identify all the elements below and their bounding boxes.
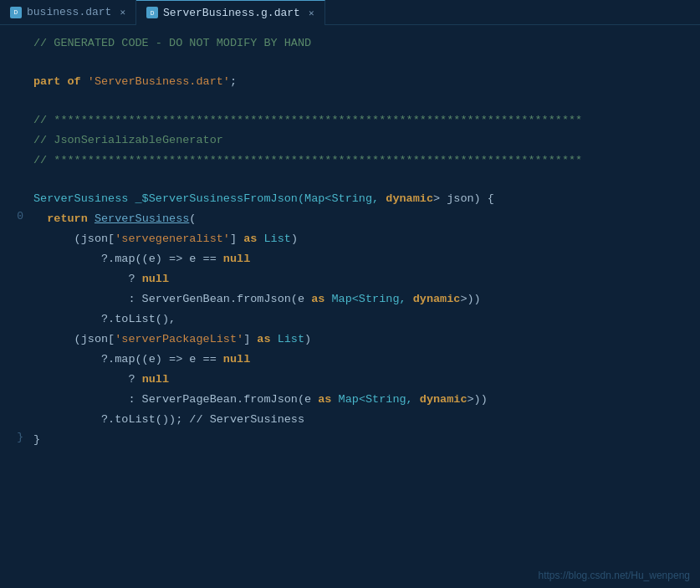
tab-close-2[interactable]: ✕: [309, 8, 314, 18]
line-content: return ServerSusiness(: [33, 210, 700, 228]
line-number: 0: [0, 210, 33, 222]
code-line: // JsonSerializableGenerator: [0, 130, 700, 151]
code-token: }: [33, 433, 40, 446]
line-content: : ServerPageBean.fromJson(e as Map<Strin…: [33, 391, 700, 409]
code-token: ?: [33, 273, 142, 285]
tab-label-1: business.dart: [27, 6, 111, 18]
code-token: ?: [33, 373, 142, 386]
code-area: // GENERATED CODE - DO NOT MODIFY BY HAN…: [0, 25, 700, 588]
code-token: ?.toList()); // ServerSusiness: [33, 413, 304, 426]
code-token: (: [189, 212, 196, 225]
tab-business-dart[interactable]: D business.dart ✕: [0, 0, 136, 25]
line-content: ?.toList(),: [33, 310, 700, 329]
code-token: ): [291, 233, 298, 245]
code-token: dynamic: [386, 192, 433, 205]
line-number: }: [0, 431, 33, 443]
line-content: // GENERATED CODE - DO NOT MODIFY BY HAN…: [33, 34, 700, 53]
code-token: (json[: [33, 333, 115, 345]
code-token: ServerSusiness: [95, 212, 189, 225]
code-line: // GENERATED CODE - DO NOT MODIFY BY HAN…: [0, 33, 700, 54]
line-content: (json['serverPackageList'] as List): [33, 330, 700, 349]
code-token: of: [68, 75, 88, 88]
code-line: : ServerGenBean.fromJson(e as Map<String…: [0, 289, 700, 309]
code-line: }}: [0, 430, 700, 450]
line-content: ?.toList()); // ServerSusiness: [33, 411, 700, 429]
line-content: : ServerGenBean.fromJson(e as Map<String…: [33, 290, 700, 309]
code-token: > json) {: [433, 192, 494, 205]
line-content: ? null: [33, 371, 700, 389]
code-token: as: [311, 293, 331, 305]
line-content: // *************************************…: [33, 151, 700, 170]
line-content: ? null: [33, 270, 700, 289]
code-token: // JsonSerializableGenerator: [33, 134, 223, 146]
code-line: (json['serverPackageList'] as List): [0, 330, 700, 350]
code-token: 'ServerBusiness.dart': [88, 75, 230, 88]
code-line: 0 return ServerSusiness(: [0, 209, 700, 229]
code-token: dynamic: [413, 293, 461, 305]
code-token: ;: [230, 75, 237, 88]
tab-label-2: ServerBusiness.g.dart: [163, 7, 300, 19]
code-token: ): [304, 333, 311, 345]
tab-bar: D business.dart ✕ D ServerBusiness.g.dar…: [0, 0, 700, 25]
code-line: ?.toList()); // ServerSusiness: [0, 410, 700, 430]
code-line: // *************************************…: [0, 151, 700, 171]
code-token: >)): [460, 293, 480, 305]
code-line: ?.toList(),: [0, 309, 700, 330]
code-token: >)): [468, 393, 488, 406]
code-token: 'serverPackageList': [115, 333, 243, 345]
code-token: : ServerPageBean.fromJson(e: [33, 393, 318, 406]
code-token: // *************************************…: [33, 114, 582, 126]
line-content: ?.map((e) => e == null: [33, 250, 700, 268]
code-token: // *************************************…: [33, 154, 582, 166]
code-line: ? null: [0, 370, 700, 390]
code-token: // GENERATED CODE - DO NOT MODIFY BY HAN…: [33, 37, 311, 49]
code-token: as: [318, 393, 338, 406]
tab-icon-2: D: [146, 7, 158, 18]
line-content: // JsonSerializableGenerator: [33, 131, 700, 150]
code-token: : ServerGenBean.fromJson(e: [33, 293, 311, 305]
code-token: ServerSusiness _$ServerSusinessFromJson(…: [33, 192, 386, 205]
code-token: null: [223, 253, 250, 265]
code-token: 'servegeneralist': [115, 233, 230, 245]
watermark: https://blog.csdn.net/Hu_wenpeng: [539, 570, 690, 581]
line-content: ServerSusiness _$ServerSusinessFromJson(…: [33, 190, 700, 208]
code-line: ? null: [0, 269, 700, 289]
code-token: dynamic: [420, 393, 468, 406]
code-token: null: [142, 273, 169, 285]
code-token: part: [33, 75, 68, 88]
line-content: part of 'ServerBusiness.dart';: [33, 73, 700, 91]
code-line: ?.map((e) => e == null: [0, 350, 700, 370]
code-line: : ServerPageBean.fromJson(e as Map<Strin…: [0, 390, 700, 410]
code-token: ?.toList(),: [33, 313, 176, 325]
tab-icon-1: D: [10, 7, 22, 18]
code-token: (json[: [33, 233, 115, 245]
code-token: Map<String,: [331, 293, 412, 305]
code-line: [0, 92, 700, 110]
code-token: List: [278, 333, 304, 345]
code-token: return: [33, 212, 95, 225]
code-line: // *************************************…: [0, 110, 700, 130]
code-token: Map<String,: [339, 393, 420, 406]
code-line: ?.map((e) => e == null: [0, 249, 700, 269]
line-content: }: [33, 431, 700, 449]
line-content: // *************************************…: [33, 111, 700, 130]
tab-close-1[interactable]: ✕: [120, 7, 125, 18]
code-token: as: [257, 333, 277, 345]
code-line: [0, 54, 700, 72]
line-content: ?.map((e) => e == null: [33, 350, 700, 369]
line-content: (json['servegeneralist'] as List): [33, 230, 700, 248]
code-token: ]: [230, 233, 243, 245]
code-line: ServerSusiness _$ServerSusinessFromJson(…: [0, 189, 700, 209]
code-line: part of 'ServerBusiness.dart';: [0, 72, 700, 92]
code-token: ?.map((e) => e ==: [33, 253, 223, 265]
code-line: (json['servegeneralist'] as List): [0, 229, 700, 249]
code-token: as: [243, 233, 263, 245]
code-token: List: [263, 233, 290, 245]
code-token: ?.map((e) => e ==: [33, 353, 223, 366]
code-token: null: [142, 373, 169, 386]
tab-server-business-g-dart[interactable]: D ServerBusiness.g.dart ✕: [136, 0, 324, 25]
code-token: null: [223, 353, 250, 366]
code-line: [0, 171, 700, 189]
code-token: ]: [243, 333, 257, 345]
